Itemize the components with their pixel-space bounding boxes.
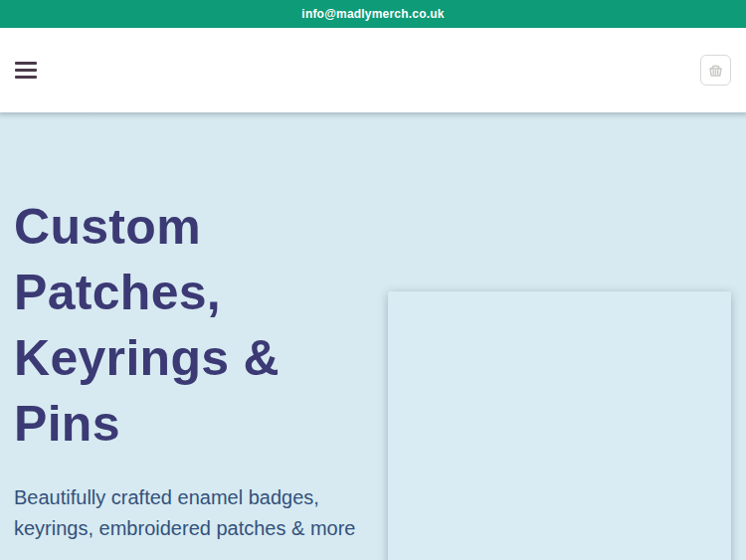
- basket-icon: [706, 61, 725, 80]
- hero-title-line: Custom: [14, 194, 746, 260]
- menu-button[interactable]: [15, 62, 37, 79]
- basket-button[interactable]: [700, 55, 731, 86]
- site-header: [0, 28, 746, 112]
- hamburger-bar: [15, 62, 37, 65]
- hamburger-bar: [15, 69, 37, 72]
- contact-email-link[interactable]: info@madlymerch.co.uk: [301, 7, 444, 21]
- hero-section: Custom Patches, Keyrings & Pins Beautifu…: [0, 112, 746, 560]
- hamburger-bar: [15, 76, 37, 79]
- hero-image-placeholder: [388, 291, 731, 560]
- hamburger-icon: [15, 62, 37, 79]
- topbar: info@madlymerch.co.uk: [0, 0, 746, 28]
